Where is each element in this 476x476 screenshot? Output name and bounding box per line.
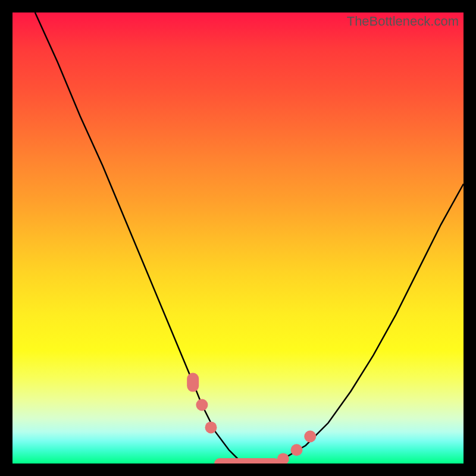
marker-dot bbox=[304, 431, 316, 443]
watermark-text: TheBottleneck.com bbox=[347, 14, 459, 29]
curve-svg bbox=[12, 12, 464, 464]
plot-area: TheBottleneck.com bbox=[12, 12, 464, 464]
marker-dot bbox=[196, 399, 208, 411]
curve-markers bbox=[187, 373, 316, 464]
marker-bar bbox=[214, 458, 280, 464]
marker-pill bbox=[187, 373, 199, 392]
chart-container: TheBottleneck.com bbox=[0, 0, 476, 476]
bottleneck-curve bbox=[35, 12, 464, 464]
marker-dot bbox=[205, 421, 217, 433]
marker-dot bbox=[277, 453, 289, 464]
marker-dot bbox=[291, 444, 303, 456]
